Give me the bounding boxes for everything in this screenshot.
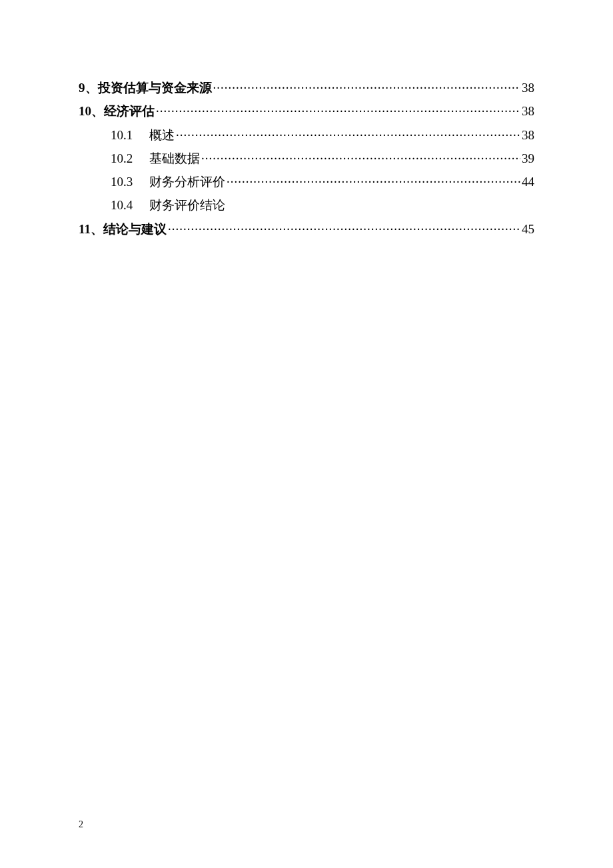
toc-entry-9: 9、投资估算与资金来源 38: [79, 77, 534, 99]
toc-number: 10: [79, 100, 91, 122]
toc-leader: [176, 124, 520, 146]
toc-number: 9: [79, 77, 85, 99]
toc-container: 9、投资估算与资金来源 38 10、经济评估 38 10.1 概述 38 10.…: [0, 0, 613, 240]
toc-sub-number: 10.1: [111, 124, 141, 146]
toc-entry-10-4: 10.4 财务评价结论: [79, 194, 534, 216]
toc-sub-number: 10.2: [111, 147, 141, 169]
page-number: 2: [79, 819, 83, 830]
toc-page: 44: [522, 171, 534, 193]
toc-page: 45: [522, 218, 534, 240]
toc-separator: 、: [91, 218, 103, 240]
toc-page: 38: [522, 100, 534, 122]
toc-sub-number: 10.3: [111, 171, 141, 193]
toc-entry-10-3: 10.3 财务分析评价 44: [79, 171, 534, 193]
toc-sub-title: 概述: [149, 124, 175, 146]
toc-leader: [227, 171, 520, 193]
toc-title: 经济评估: [104, 100, 155, 122]
toc-leader: [168, 218, 520, 240]
toc-sub-title: 财务评价结论: [149, 194, 225, 216]
toc-entry-10-2: 10.2 基础数据 39: [79, 147, 534, 169]
toc-sub-number: 10.4: [111, 194, 141, 216]
toc-separator: 、: [91, 100, 104, 122]
toc-sub-title: 基础数据: [149, 147, 200, 169]
toc-leader: [156, 100, 520, 122]
toc-page: 39: [522, 147, 534, 169]
toc-sub-title: 财务分析评价: [149, 171, 225, 193]
toc-title: 投资估算与资金来源: [98, 77, 212, 99]
toc-separator: 、: [85, 77, 98, 99]
toc-entry-10-1: 10.1 概述 38: [79, 124, 534, 146]
toc-entry-10: 10、经济评估 38: [79, 100, 534, 122]
toc-leader: [201, 147, 520, 169]
toc-leader: [213, 77, 521, 99]
toc-page: 38: [522, 77, 534, 99]
toc-entry-11: 11、结论与建议 45: [79, 218, 534, 240]
toc-page: 38: [522, 124, 534, 146]
toc-number: 11: [79, 218, 91, 240]
toc-title: 结论与建议: [103, 218, 167, 240]
